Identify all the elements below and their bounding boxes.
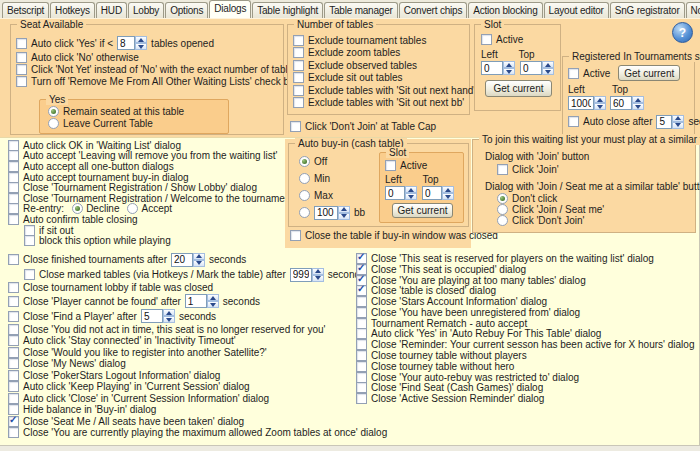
spinner-up-button[interactable] xyxy=(312,268,324,275)
checkbox-row[interactable]: Auto click 'Keep Playing' in 'Current Se… xyxy=(8,381,354,393)
checkbox-row[interactable]: Close 'Stars Account Information' dialog xyxy=(356,296,699,307)
spinner-input[interactable] xyxy=(656,115,672,129)
radio[interactable] xyxy=(127,203,138,214)
checkbox[interactable] xyxy=(8,324,19,335)
spinner-up-button[interactable] xyxy=(135,36,147,43)
radio[interactable] xyxy=(497,204,508,215)
tab-options[interactable]: Options xyxy=(165,2,208,18)
spinner-up-button[interactable] xyxy=(405,186,417,193)
tab-sng-registrator[interactable]: SnG registrator xyxy=(610,2,685,18)
tab-hotkeys[interactable]: Hotkeys xyxy=(50,2,95,18)
spinner-down-button[interactable] xyxy=(405,193,417,200)
spinner-down-button[interactable] xyxy=(207,301,219,308)
tab-hud[interactable]: HUD xyxy=(96,2,127,18)
checkbox[interactable] xyxy=(356,382,367,393)
tab-convert-chips[interactable]: Convert chips xyxy=(399,2,468,18)
checkbox[interactable] xyxy=(8,296,19,307)
spinner-up-button[interactable] xyxy=(632,96,644,103)
spinner-up-button[interactable] xyxy=(542,61,554,68)
checkbox-row[interactable]: Close 'You are currently playing the max… xyxy=(8,427,354,439)
tab-dialogs[interactable]: Dialogs xyxy=(209,0,251,18)
spinner-input[interactable] xyxy=(610,96,632,110)
spinner-up-button[interactable] xyxy=(338,206,350,213)
tab-action-blocking[interactable]: Action blocking xyxy=(468,2,542,18)
checkbox-row[interactable]: Close 'You did not act in time, this sea… xyxy=(8,324,354,336)
checkbox[interactable] xyxy=(16,64,27,75)
checkbox[interactable] xyxy=(293,97,304,108)
checkbox-row[interactable]: Auto click 'Close' in 'Current Session I… xyxy=(8,393,354,405)
checkbox-row[interactable]: Exclude tables with 'Sit out next hand' xyxy=(293,84,469,97)
spinner-down-button[interactable] xyxy=(672,122,684,129)
checkbox[interactable] xyxy=(8,140,19,151)
spinner-up-button[interactable] xyxy=(207,294,219,301)
checkbox[interactable] xyxy=(568,116,579,127)
spinner-down-button[interactable] xyxy=(632,103,644,110)
checkbox-row[interactable]: Close 'Your auto-rebuy was restricted to… xyxy=(356,372,699,383)
checkbox-row[interactable]: Auto close aftersec xyxy=(568,114,691,129)
spinner-input[interactable] xyxy=(117,36,135,50)
checkbox-row[interactable]: Close 'Seat Me / All seats have been tak… xyxy=(8,416,354,428)
radio[interactable] xyxy=(497,215,508,226)
radio-row[interactable]: Don't click xyxy=(497,193,695,204)
help-icon[interactable]: ? xyxy=(672,22,693,43)
spinner-input[interactable] xyxy=(568,96,594,110)
checkbox[interactable] xyxy=(8,193,19,204)
checkbox-row[interactable]: Close 'Find a Player' afterseconds xyxy=(8,309,354,324)
radio[interactable] xyxy=(299,207,310,218)
checkbox[interactable] xyxy=(356,393,367,404)
tab-betscript[interactable]: Betscript xyxy=(2,2,49,18)
checkbox[interactable] xyxy=(16,76,27,87)
radio-row[interactable]: Click 'Don't Join' xyxy=(497,215,695,226)
checkbox-row[interactable]: Close 'Active Session Reminder' dialog xyxy=(356,393,699,404)
checkbox-row[interactable]: Close tourney table without players xyxy=(356,350,699,361)
spinner-up-button[interactable] xyxy=(503,61,515,68)
radio[interactable] xyxy=(299,173,310,184)
checkbox[interactable] xyxy=(293,60,304,71)
radio-option[interactable]: Accept xyxy=(127,203,172,214)
checkbox[interactable] xyxy=(8,311,19,322)
get-current-button[interactable]: Get current xyxy=(392,203,452,218)
checkbox-row[interactable]: Exclude sit out tables xyxy=(293,72,469,85)
spinner-down-button[interactable] xyxy=(594,103,606,110)
checkbox[interactable] xyxy=(16,38,27,49)
radio[interactable] xyxy=(299,156,310,167)
checkbox[interactable] xyxy=(8,393,19,404)
checkbox-row[interactable]: Auto click 'Yes' if <tables opened xyxy=(16,35,283,51)
checkbox[interactable] xyxy=(8,347,19,358)
spinner-input[interactable] xyxy=(481,61,503,75)
checkbox-row[interactable]: Close marked tables (via Hotkeys / Mark … xyxy=(24,267,354,282)
spinner-input[interactable] xyxy=(185,294,207,308)
checkbox[interactable] xyxy=(8,161,19,172)
spinner-up-button[interactable] xyxy=(594,96,606,103)
spinner-up-button[interactable] xyxy=(193,253,205,260)
checkbox[interactable] xyxy=(497,164,508,175)
checkbox[interactable] xyxy=(356,307,367,318)
checkbox-row[interactable]: Close 'This seat is occupied' dialog xyxy=(356,264,699,275)
checkbox[interactable] xyxy=(8,203,19,214)
spinner-down-button[interactable] xyxy=(193,260,205,267)
checkbox[interactable] xyxy=(8,150,19,161)
radio[interactable] xyxy=(48,106,59,117)
checkbox-row[interactable]: Hide balance in 'Buy-in' dialog xyxy=(8,404,354,416)
checkbox-row[interactable]: Close 'My News' dialog xyxy=(8,358,354,370)
radio-row[interactable]: Remain seated at this table xyxy=(48,106,228,118)
tab-layout-editor[interactable]: Layout editor xyxy=(544,2,609,18)
checkbox-row[interactable]: Auto click 'Yes' in 'Auto Rebuy For This… xyxy=(356,329,699,340)
checkbox[interactable] xyxy=(290,121,301,132)
checkbox[interactable] xyxy=(356,339,367,350)
get-current-button[interactable]: Get current xyxy=(485,80,551,97)
tab-table-highlight[interactable]: Table highlight xyxy=(252,2,323,18)
active-checkbox-row[interactable]: Active xyxy=(568,67,610,79)
checkbox-row[interactable]: Close the table if buy-in window was clo… xyxy=(290,229,498,242)
checkbox-row[interactable]: Turn off 'Remove Me From All Other Waiti… xyxy=(16,76,283,88)
checkbox[interactable] xyxy=(293,47,304,58)
active-checkbox-row[interactable]: Active xyxy=(385,159,460,171)
checkbox[interactable] xyxy=(16,52,27,63)
checkbox[interactable] xyxy=(356,318,367,329)
spinner-input[interactable] xyxy=(314,206,338,220)
checkbox-row[interactable]: Exclude observed tables xyxy=(293,59,469,72)
checkbox[interactable] xyxy=(481,34,492,45)
checkbox[interactable] xyxy=(8,172,19,183)
active-checkbox-row[interactable]: Active xyxy=(481,33,556,46)
checkbox-row[interactable]: Close 'Player cannot be found' afterseco… xyxy=(8,294,354,309)
